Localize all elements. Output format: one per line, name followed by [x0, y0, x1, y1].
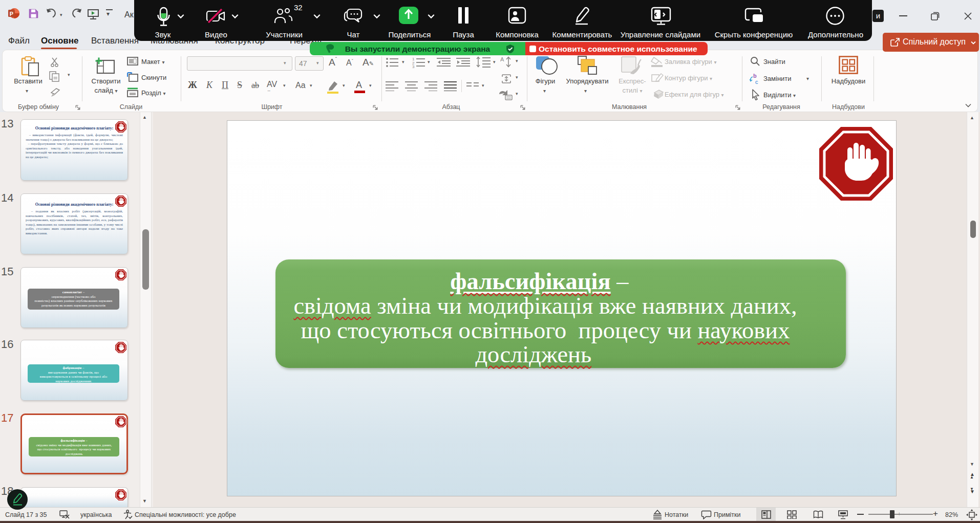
- svg-text:3: 3: [412, 64, 415, 68]
- svg-text:b: b: [753, 73, 757, 79]
- svg-text:А: А: [500, 56, 504, 62]
- svg-text:c: c: [755, 79, 758, 85]
- svg-text:P: P: [10, 11, 13, 17]
